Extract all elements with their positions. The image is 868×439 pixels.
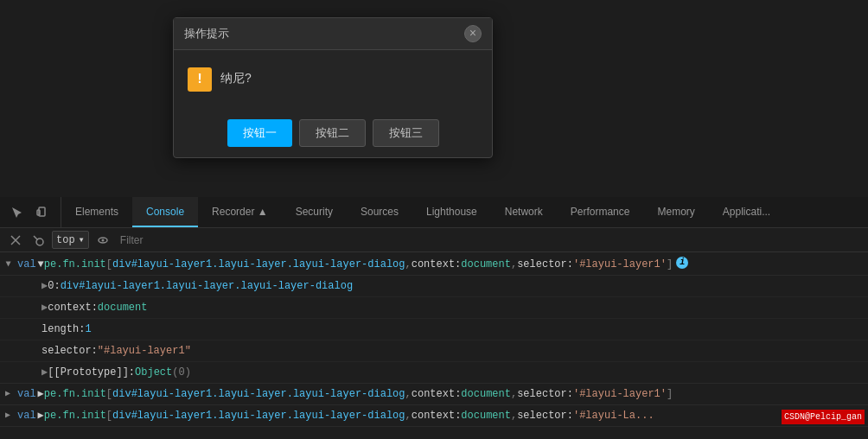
dialog-close-button[interactable]: × <box>464 25 482 42</box>
console-child-0: ▶ 0: div#layui-layer1.layui-layer.layui-… <box>0 276 868 297</box>
dialog-title: 操作提示 <box>184 26 229 41</box>
console-output: ▶ val ▼ pe.fn.init [ div#layui-layer1.la… <box>0 252 868 439</box>
dialog-button-1[interactable]: 按钮一 <box>227 119 292 147</box>
tab-application[interactable]: Applicati... <box>709 197 784 227</box>
svg-point-7 <box>101 239 104 241</box>
cursor-icon[interactable] <box>7 202 28 223</box>
tab-security[interactable]: Security <box>282 197 347 227</box>
console-child-selector: selector: "#layui-layer1" <box>0 340 868 362</box>
console-child-proto: ▶ [[Prototype]]: Object (0) <box>0 362 868 384</box>
dialog-box: 操作提示 × ! 纳尼? 按钮一 按钮二 按钮三 <box>173 17 493 158</box>
console-child-length: length: 1 <box>0 319 868 340</box>
console-line-2: ▶ val ▶ pe.fn.init [ div#layui-layer1.la… <box>0 384 868 405</box>
tab-elements[interactable]: Elements <box>61 197 132 227</box>
expand-arrow-1[interactable]: ▶ <box>2 261 15 266</box>
preview-area: 操作提示 × ! 纳尼? 按钮一 按钮二 按钮三 <box>0 0 868 197</box>
devtools-left-icons <box>0 197 61 227</box>
tab-recorder[interactable]: Recorder ▲ <box>198 197 282 227</box>
warning-icon: ! <box>188 67 212 92</box>
dialog-button-2[interactable]: 按钮二 <box>299 119 366 147</box>
tab-performance[interactable]: Performance <box>557 197 644 227</box>
tab-sources[interactable]: Sources <box>347 197 412 227</box>
dialog-button-3[interactable]: 按钮三 <box>373 119 439 147</box>
svg-line-5 <box>34 236 38 240</box>
clear-console-icon[interactable] <box>7 232 24 249</box>
tab-memory[interactable]: Memory <box>643 197 708 227</box>
filter-icon[interactable] <box>29 232 47 249</box>
dialog-message: 纳尼? <box>220 67 252 86</box>
dialog-header: 操作提示 × <box>174 18 492 50</box>
eye-icon[interactable] <box>94 232 112 249</box>
tab-network[interactable]: Network <box>491 197 557 227</box>
console-line-3: ▶ val ▶ pe.fn.init [ div#layui-layer1.la… <box>0 405 868 427</box>
info-icon-1: i <box>676 257 688 269</box>
expand-arrow-3[interactable]: ▶ <box>5 409 10 422</box>
dialog-footer: 按钮一 按钮二 按钮三 <box>174 109 492 157</box>
dialog-body: ! 纳尼? <box>174 50 492 109</box>
console-line-1: ▶ val ▼ pe.fn.init [ div#layui-layer1.la… <box>0 254 868 276</box>
console-child-context: ▶ context: document <box>0 297 868 319</box>
device-icon[interactable] <box>33 202 54 223</box>
tab-console[interactable]: Console <box>132 197 198 227</box>
filter-input[interactable] <box>117 234 861 246</box>
devtools-tabs-bar: Elements Console Recorder ▲ Security Sou… <box>0 197 868 228</box>
tab-lighthouse[interactable]: Lighthouse <box>412 197 491 227</box>
expand-arrow-2[interactable]: ▶ <box>5 387 10 400</box>
context-selector[interactable]: top ▾ <box>52 231 89 249</box>
console-toolbar: top ▾ <box>0 228 868 252</box>
csdn-watermark: CSDN@Pelcip_gan <box>782 410 865 424</box>
